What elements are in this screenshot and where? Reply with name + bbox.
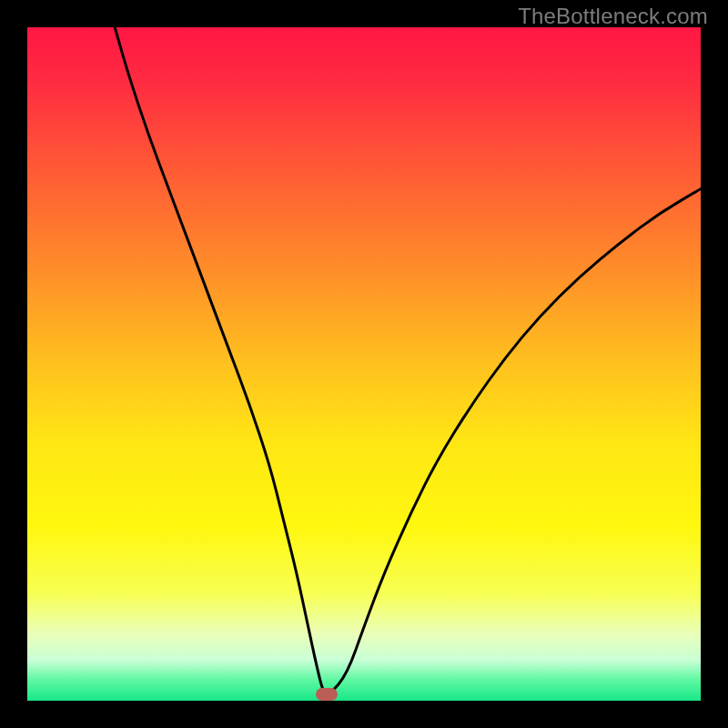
plot-area	[27, 27, 701, 701]
optimal-point-marker	[316, 688, 338, 701]
chart-frame: TheBottleneck.com	[0, 0, 728, 728]
bottleneck-curve	[27, 27, 701, 701]
watermark-text: TheBottleneck.com	[518, 4, 708, 29]
